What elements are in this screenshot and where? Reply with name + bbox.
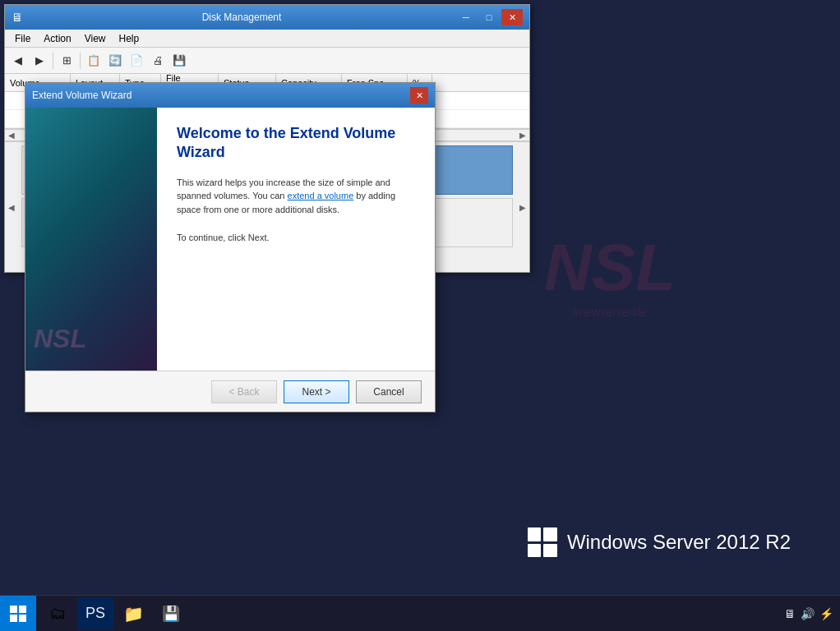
taskbar-file-explorer[interactable]: 🗂 bbox=[39, 597, 76, 630]
start-button[interactable] bbox=[0, 596, 36, 632]
wizard-sidebar-watermark: NSL bbox=[34, 324, 86, 354]
taskbar-explorer[interactable]: 📁 bbox=[115, 597, 151, 630]
wizard-content: Welcome to the Extend Volume Wizard This… bbox=[157, 108, 435, 371]
taskbar: 🗂 PS 📁 💾 🖥 🔊 ⚡ bbox=[0, 595, 840, 631]
taskbar-tray: 🖥 🔊 ⚡ bbox=[778, 607, 840, 620]
extend-volume-link[interactable]: extend a volume bbox=[288, 191, 354, 200]
wizard-title: Extend Volume Wizard bbox=[32, 90, 410, 101]
cancel-button[interactable]: Cancel bbox=[356, 380, 422, 403]
taskbar-disk-mgmt[interactable]: 💾 bbox=[153, 597, 189, 630]
taskbar-powershell[interactable]: PS bbox=[77, 597, 113, 630]
wizard-overlay: Extend Volume Wizard ✕ NSL Welcome to th… bbox=[0, 0, 840, 631]
windows-start-icon bbox=[10, 606, 26, 622]
tray-sound-icon: 🔊 bbox=[801, 607, 815, 620]
tray-network-icon: 🖥 bbox=[784, 607, 796, 620]
wizard-sidebar: NSL bbox=[25, 108, 157, 371]
wizard-close-button[interactable]: ✕ bbox=[410, 87, 428, 104]
desktop: NSL #newserverlife Windows Server 2012 R… bbox=[0, 0, 840, 631]
next-button[interactable]: Next > bbox=[284, 380, 349, 403]
wizard-dialog: Extend Volume Wizard ✕ NSL Welcome to th… bbox=[25, 82, 436, 412]
taskbar-items: 🗂 PS 📁 💾 bbox=[36, 597, 778, 630]
tray-power-icon: ⚡ bbox=[819, 607, 833, 620]
wizard-continue-text: To continue, click Next. bbox=[177, 233, 415, 242]
wizard-footer: < Back Next > Cancel bbox=[25, 371, 435, 412]
wizard-titlebar: Extend Volume Wizard ✕ bbox=[25, 83, 435, 108]
back-button[interactable]: < Back bbox=[211, 380, 277, 403]
wizard-heading: Welcome to the Extend Volume Wizard bbox=[177, 124, 415, 163]
wizard-body: NSL Welcome to the Extend Volume Wizard … bbox=[25, 108, 435, 371]
wizard-description-1: This wizard helps you increase the size … bbox=[177, 176, 415, 217]
